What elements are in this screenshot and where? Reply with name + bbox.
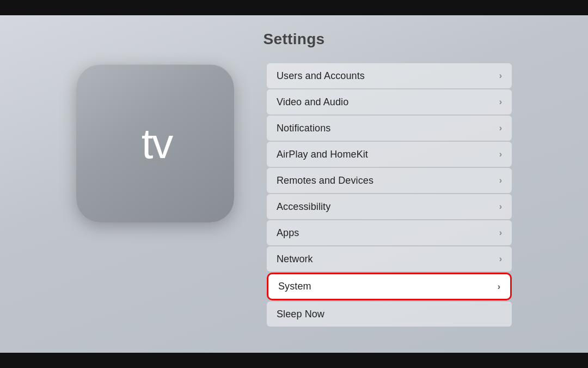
menu-item-sleep-now[interactable]: Sleep Now (267, 301, 512, 327)
menu-item-remotes-devices[interactable]: Remotes and Devices › (267, 168, 512, 193)
page-title: Settings (264, 31, 325, 48)
settings-menu: Users and Accounts › Video and Audio › N… (267, 63, 512, 327)
menu-item-network[interactable]: Network › (267, 246, 512, 272)
chevron-icon: › (499, 98, 502, 106)
apple-tv-graphic: tv (76, 64, 234, 222)
chevron-icon: › (499, 202, 502, 211)
chevron-icon: › (499, 255, 502, 263)
menu-item-accessibility[interactable]: Accessibility › (267, 194, 512, 219)
chevron-icon: › (499, 228, 502, 237)
menu-item-users-accounts[interactable]: Users and Accounts › (267, 63, 512, 88)
menu-item-system[interactable]: System › (267, 273, 512, 300)
chevron-icon: › (498, 282, 500, 291)
bottom-bar (0, 353, 588, 368)
content-area: tv Users and Accounts › Video and Audio … (0, 59, 588, 327)
chevron-icon: › (499, 176, 502, 185)
menu-item-apps[interactable]: Apps › (267, 220, 512, 245)
tv-label: tv (142, 122, 173, 165)
chevron-icon: › (499, 150, 502, 159)
main-content: Settings tv Users and Accounts › Video a… (0, 15, 588, 353)
top-bar (0, 0, 588, 15)
chevron-icon: › (499, 71, 502, 80)
menu-item-notifications[interactable]: Notifications › (267, 116, 512, 141)
menu-item-video-audio[interactable]: Video and Audio › (267, 89, 512, 114)
menu-item-airplay-homekit[interactable]: AirPlay and HomeKit › (267, 142, 512, 167)
chevron-icon: › (499, 124, 502, 132)
apple-tv-logo: tv (138, 122, 173, 165)
